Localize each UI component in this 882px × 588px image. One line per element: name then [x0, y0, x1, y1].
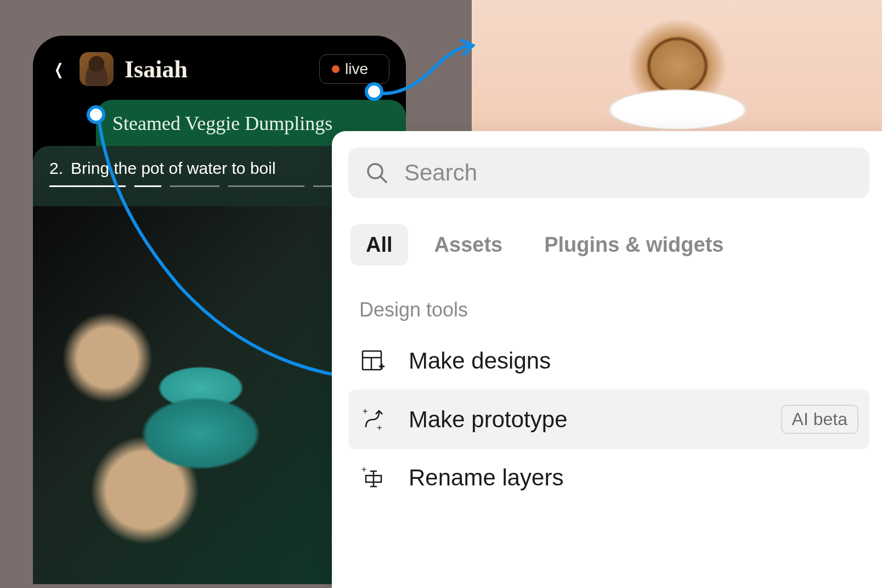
tabs: All Assets Plugins & widgets [348, 224, 869, 265]
svg-line-1 [381, 177, 387, 183]
make-designs-icon [359, 348, 386, 374]
step-number: 2. [49, 159, 63, 178]
svg-point-0 [368, 164, 382, 178]
tab-assets[interactable]: Assets [419, 224, 518, 265]
search-input[interactable] [404, 160, 853, 186]
tab-plugins-widgets[interactable]: Plugins & widgets [529, 224, 739, 265]
tool-label: Make prototype [409, 406, 758, 433]
ai-beta-badge: AI beta [781, 405, 858, 434]
search-bar[interactable] [348, 148, 869, 198]
live-dot-icon [332, 65, 340, 73]
prototype-arrow-avatar [88, 107, 362, 381]
tool-rename-layers[interactable]: + Rename layers [348, 449, 869, 506]
svg-text:+: + [363, 406, 368, 416]
search-icon [365, 161, 389, 185]
tab-all[interactable]: All [350, 224, 408, 265]
prototype-arrow-to-frame [373, 30, 483, 101]
prototype-node-avatar[interactable] [87, 105, 105, 124]
tool-list: Make designs ++ Make prototype AI beta +… [348, 332, 869, 506]
linked-frame-preview[interactable] [472, 0, 882, 134]
user-name: Isaiah [125, 55, 308, 83]
tool-make-designs[interactable]: Make designs [348, 332, 869, 389]
prototype-node-live[interactable] [365, 82, 383, 101]
svg-text:+: + [361, 465, 366, 474]
live-label: live [345, 60, 368, 78]
rename-layers-icon: + [359, 465, 386, 491]
svg-text:+: + [377, 423, 382, 432]
make-prototype-icon: ++ [359, 406, 386, 433]
phone-header: ❮ Isaiah live [33, 36, 406, 100]
tool-make-prototype[interactable]: ++ Make prototype AI beta [348, 389, 869, 449]
section-label-design-tools: Design tools [348, 298, 869, 321]
avatar[interactable] [80, 52, 114, 86]
tool-label: Make designs [409, 348, 858, 374]
back-icon[interactable]: ❮ [52, 57, 66, 82]
tool-label: Rename layers [409, 465, 858, 491]
actions-panel: All Assets Plugins & widgets Design tool… [332, 131, 882, 588]
